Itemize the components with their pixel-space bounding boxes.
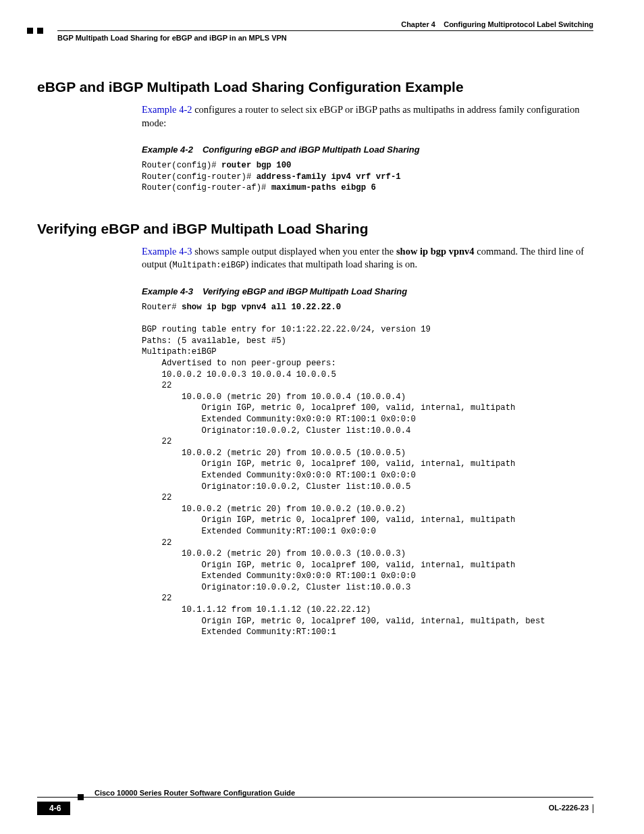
cmd-bold: show ip bgp vpnv4 [396, 246, 475, 257]
link-example-4-3[interactable]: Example 4-3 [142, 246, 192, 257]
example-4-3-code: Router# show ip bgp vpnv4 all 10.22.22.0… [142, 302, 593, 638]
section-path: BGP Multipath Load Sharing for eBGP and … [57, 34, 593, 42]
page-header: Chapter 4 Configuring Multiprotocol Labe… [37, 20, 593, 28]
inline-code-multipath: Multipath:eiBGP [173, 261, 246, 270]
link-example-4-2[interactable]: Example 4-2 [142, 104, 192, 115]
header-rule [57, 30, 593, 31]
section-heading-verifying: Verifying eBGP and iBGP Multipath Load S… [37, 221, 593, 237]
example-4-3-title: Example 4-3Verifying eBGP and iBGP Multi… [142, 286, 593, 296]
intro-paragraph: Example 4-2 configures a router to selec… [142, 103, 593, 130]
decoration-square [27, 28, 33, 34]
section-heading-config-example: eBGP and iBGP Multipath Load Sharing Con… [37, 79, 593, 95]
example-caption: Configuring eBGP and iBGP Multipath Load… [203, 145, 420, 155]
chapter-label: Chapter 4 [401, 20, 435, 28]
example-caption: Verifying eBGP and iBGP Multipath Load S… [203, 286, 407, 296]
footer-guide-title: Cisco 10000 Series Router Software Confi… [95, 789, 593, 797]
chapter-title: Configuring Multiprotocol Label Switchin… [444, 20, 593, 28]
doc-id: OL-2226-23 [549, 804, 593, 813]
example-number: Example 4-2 [142, 145, 193, 155]
decoration-square [78, 794, 84, 800]
example-4-2-code: Router(config)# router bgp 100 Router(co… [142, 160, 593, 194]
page-footer: Cisco 10000 Series Router Software Confi… [37, 800, 593, 815]
footer-rule [37, 797, 593, 798]
verify-intro-paragraph: Example 4-3 shows sample output displaye… [142, 245, 593, 271]
page-number-badge: 4-6 [37, 802, 70, 815]
example-number: Example 4-3 [142, 286, 193, 296]
intro-rest: configures a router to select six eBGP o… [142, 104, 579, 128]
example-4-2-title: Example 4-2Configuring eBGP and iBGP Mul… [142, 145, 593, 155]
decoration-square [37, 28, 43, 34]
